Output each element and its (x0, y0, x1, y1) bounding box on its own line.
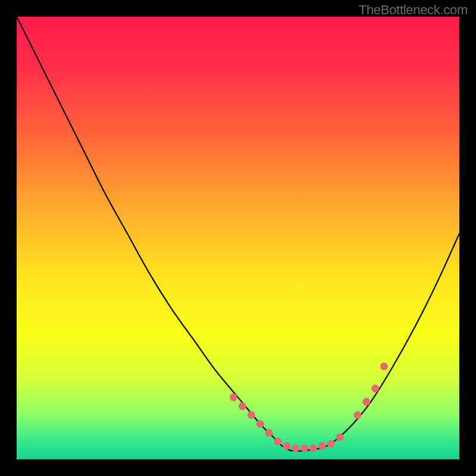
marker-dot (292, 444, 299, 452)
marker-dot (274, 438, 281, 446)
bottleneck-curve (17, 17, 459, 451)
marker-dot (265, 429, 273, 437)
highlight-dots (230, 362, 388, 452)
marker-dot (371, 384, 379, 392)
marker-dot (256, 420, 264, 428)
marker-dot (283, 442, 290, 450)
marker-dot (248, 411, 255, 419)
marker-dot (318, 442, 326, 450)
marker-dot (239, 402, 246, 410)
marker-dot (353, 411, 361, 419)
chart-container: TheBottleneck.com (0, 0, 476, 476)
marker-dot (309, 444, 317, 452)
marker-dot (362, 398, 370, 406)
marker-dot (300, 444, 308, 452)
watermark-text: TheBottleneck.com (359, 2, 468, 18)
plot-area (17, 17, 459, 459)
marker-dot (336, 433, 344, 441)
marker-dot (380, 362, 388, 370)
marker-dot (327, 440, 335, 447)
marker-dot (230, 393, 237, 401)
curve-layer (17, 17, 459, 459)
